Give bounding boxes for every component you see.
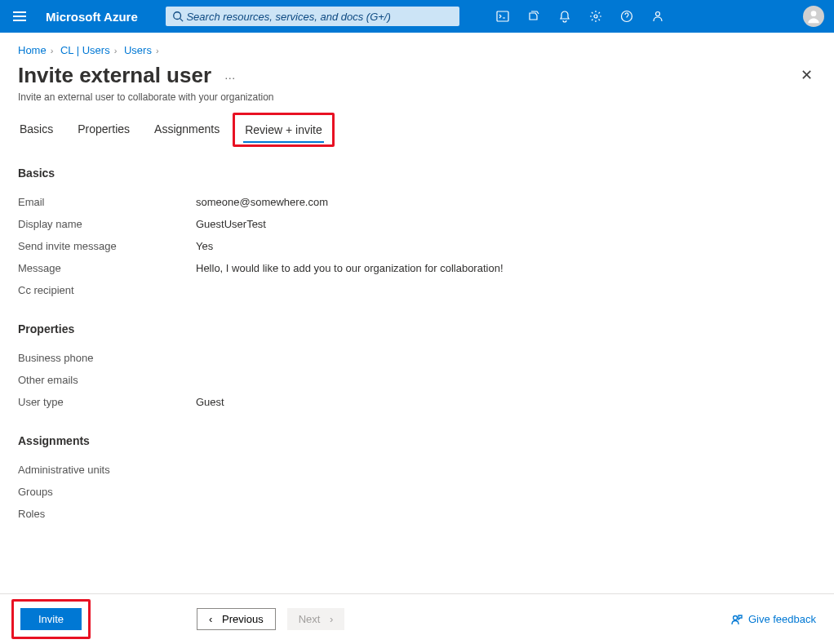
breadcrumbs: Home› CL | Users› Users›	[0, 33, 834, 61]
properties-section-header: Properties	[18, 322, 816, 335]
feedback-icon[interactable]	[646, 5, 669, 28]
review-content: Basics Emailsomeone@somewhere.com Displa…	[0, 144, 834, 525]
field-label: Cc recipient	[18, 284, 196, 296]
field-label: Other emails	[18, 374, 196, 386]
tab-bar: Basics Properties Assignments Review + i…	[0, 103, 834, 144]
svg-point-0	[174, 12, 181, 20]
breadcrumb-users[interactable]: Users	[124, 44, 152, 56]
breadcrumb-cl-users[interactable]: CL | Users	[60, 44, 110, 56]
field-row: MessageHello, I would like to add you to…	[18, 257, 816, 279]
search-input[interactable]	[186, 11, 452, 23]
chevron-right-icon: ›	[114, 46, 118, 56]
tab-basics[interactable]: Basics	[18, 118, 55, 144]
hamburger-menu-icon[interactable]	[10, 8, 29, 24]
field-row: Groups	[18, 481, 816, 503]
search-icon	[172, 11, 184, 22]
previous-label: Previous	[222, 613, 264, 625]
field-label: Groups	[18, 486, 196, 498]
svg-point-3	[594, 15, 597, 18]
field-label: Display name	[18, 218, 196, 230]
svg-point-5	[656, 12, 660, 16]
chevron-right-icon: ›	[156, 46, 159, 56]
highlight-invite: Invite	[11, 599, 91, 639]
field-row: Business phone	[18, 347, 816, 369]
field-row: Emailsomeone@somewhere.com	[18, 191, 816, 213]
field-value: Hello, I would like to add you to our or…	[196, 262, 504, 274]
page-header: Invite external user … Invite an externa…	[0, 61, 834, 103]
chevron-right-icon: ›	[51, 46, 54, 56]
field-value: someone@somewhere.com	[196, 196, 328, 208]
svg-line-1	[180, 19, 183, 22]
top-bar: Microsoft Azure	[0, 0, 834, 33]
field-label: Administrative units	[18, 464, 196, 476]
svg-point-6	[811, 11, 817, 16]
field-value: Yes	[196, 240, 213, 252]
help-icon[interactable]	[615, 5, 638, 28]
field-row: Roles	[18, 503, 816, 525]
field-row: Send invite messageYes	[18, 235, 816, 257]
brand-label[interactable]: Microsoft Azure	[46, 10, 138, 24]
directories-icon[interactable]	[522, 5, 545, 28]
tab-assignments[interactable]: Assignments	[153, 118, 221, 144]
give-feedback-link[interactable]: Give feedback	[730, 613, 816, 626]
previous-button[interactable]: ‹ Previous	[197, 608, 276, 630]
field-value: Guest	[196, 396, 224, 408]
highlight-review-invite: Review + invite	[233, 113, 335, 147]
user-avatar[interactable]	[803, 6, 824, 27]
next-button: Next ›	[287, 608, 345, 630]
field-label: Email	[18, 196, 196, 208]
invite-button[interactable]: Invite	[20, 608, 82, 630]
tab-properties[interactable]: Properties	[76, 118, 131, 144]
page-subtitle: Invite an external user to collaborate w…	[18, 91, 816, 103]
svg-point-7	[733, 615, 737, 620]
cloud-shell-icon[interactable]	[491, 5, 514, 28]
chevron-right-icon: ›	[330, 613, 333, 625]
notifications-icon[interactable]	[553, 5, 576, 28]
field-row: User typeGuest	[18, 391, 816, 413]
field-label: Send invite message	[18, 240, 196, 252]
field-label: Message	[18, 262, 196, 274]
close-icon[interactable]: ✕	[801, 66, 813, 84]
tab-review-invite[interactable]: Review + invite	[243, 118, 324, 144]
field-label: Roles	[18, 508, 196, 520]
assignments-section-header: Assignments	[18, 434, 816, 447]
field-label: User type	[18, 396, 196, 408]
field-row: Cc recipient	[18, 279, 816, 301]
field-row: Administrative units	[18, 459, 816, 481]
next-label: Next	[299, 613, 321, 625]
page-title: Invite external user	[18, 63, 211, 88]
basics-section-header: Basics	[18, 167, 816, 180]
field-label: Business phone	[18, 352, 196, 364]
field-value: GuestUserTest	[196, 218, 266, 230]
bottom-action-bar: Invite ‹ Previous Next › Give feedback	[0, 593, 834, 644]
chevron-left-icon: ‹	[209, 613, 212, 625]
more-actions-icon[interactable]: …	[224, 69, 236, 82]
field-row: Display nameGuestUserTest	[18, 213, 816, 235]
person-feedback-icon	[730, 613, 743, 626]
breadcrumb-home[interactable]: Home	[18, 44, 47, 56]
field-row: Other emails	[18, 369, 816, 391]
settings-icon[interactable]	[584, 5, 607, 28]
feedback-label: Give feedback	[748, 613, 816, 625]
top-icon-bar	[491, 5, 669, 28]
svg-rect-2	[497, 11, 508, 21]
search-box[interactable]	[166, 7, 459, 26]
